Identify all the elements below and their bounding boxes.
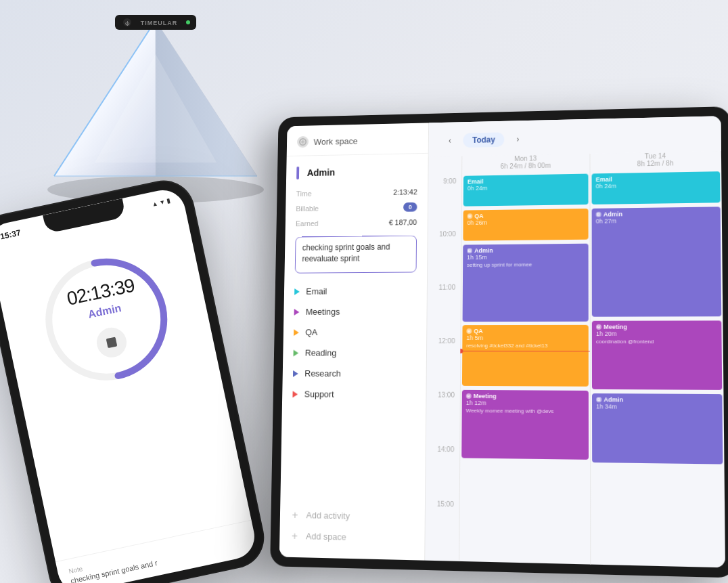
activity-list: Email Meetings QA Reading Research Suppo…: [280, 280, 427, 506]
event-block-email-tue[interactable]: Email 0h 24m: [592, 171, 721, 204]
event-duration: 1h 20m: [596, 330, 717, 337]
billable-badge: 0: [403, 202, 417, 212]
time-label-1500: 15:00: [425, 500, 459, 555]
day-cols: Mon 13 6h 24m / 8h 00m 12:16 Email 0h 24…: [459, 151, 725, 567]
phone-time: 15:37: [0, 228, 22, 241]
wifi-icon: ▾: [160, 198, 164, 206]
billable-meta: Billable 0: [286, 200, 428, 216]
time-label-1200: 12:00: [427, 337, 461, 391]
svg-point-9: [186, 20, 190, 24]
calendar-panel: ‹ Today › 9:0010:0011:0012:0013:0014:001…: [425, 116, 725, 567]
activity-arrow-icon: [294, 329, 299, 336]
event-duration: 0h 24m: [468, 183, 585, 192]
time-meta: Time 2:13:42: [286, 185, 428, 200]
day-col-tue14: Tue 14 8h 12m / 8h Email 0h 24m B Admin …: [589, 151, 725, 567]
workspace-icon: [297, 136, 309, 148]
time-label: Time: [296, 190, 312, 198]
calendar-header: ‹ Today ›: [429, 116, 721, 156]
event-title: B QA: [466, 328, 584, 334]
add-activity-label: Add activity: [306, 510, 350, 521]
event-block-meeting-tue[interactable]: B Meeting 1h 20m coordination @frontend: [592, 320, 722, 389]
event-block-admin-mon[interactable]: B Admin 1h 15m setting up sprint for mom…: [463, 244, 589, 322]
active-entry-name: Admin: [307, 167, 336, 178]
stop-button[interactable]: [93, 325, 129, 360]
activity-arrow-icon: [294, 349, 299, 356]
day-events: Email 0h 24m B Admin 0h 27m B Meeting 1h…: [590, 171, 725, 561]
time-column: 9:0010:0011:0012:0013:0014:0015:00: [425, 156, 461, 561]
day-col-mon13: Mon 13 6h 24m / 8h 00m 12:16 Email 0h 24…: [459, 154, 590, 565]
sidebar-item-qa[interactable]: QA: [283, 322, 427, 343]
event-block-email-mon[interactable]: Email 0h 24m: [463, 174, 589, 207]
activity-name: Research: [304, 368, 341, 379]
event-block-admin2-tue[interactable]: B Admin 1h 34m: [592, 393, 723, 465]
event-block-meeting-mon[interactable]: B Meeting 1h 12m Weekly momee meeting wi…: [461, 390, 589, 460]
activity-arrow-icon: [294, 288, 300, 295]
activity-name: QA: [305, 327, 317, 337]
event-duration: 1h 15m: [467, 253, 584, 261]
day-stats: 6h 24m / 8h 00m: [462, 161, 589, 171]
sidebar-item-research[interactable]: Research: [283, 363, 426, 384]
active-indicator: [296, 167, 299, 179]
sidebar-item-meetings[interactable]: Meetings: [283, 301, 427, 322]
event-duration: 0h 27m: [596, 216, 716, 224]
note-input[interactable]: checking sprint goals and reevaluate spr…: [295, 236, 417, 274]
time-value: 2:13:42: [393, 188, 417, 196]
active-entry: Admin: [286, 159, 428, 188]
day-header: Mon 13 6h 24m / 8h 00m: [462, 154, 589, 176]
event-note: coordination @frontend: [596, 339, 717, 345]
signal-icon: ▲: [151, 200, 158, 208]
svg-text:⏻: ⏻: [125, 21, 130, 26]
day-events: 12:16 Email 0h 24m B QA 0h 26m B Admin: [459, 174, 590, 558]
add-space-item[interactable]: + Add space: [279, 525, 425, 549]
event-note: setting up sprint for momee: [467, 261, 585, 269]
activity-name: Email: [306, 286, 327, 297]
activity-arrow-icon: [292, 391, 298, 397]
activity-arrow-icon: [293, 370, 298, 376]
event-note: resolving #ticket332 and #ticket13: [466, 343, 584, 349]
time-label-1400: 14:00: [426, 446, 459, 501]
sidebar-item-reading[interactable]: Reading: [283, 343, 426, 364]
today-button[interactable]: Today: [463, 132, 504, 148]
event-title: B Meeting: [596, 324, 717, 330]
tablet-screen: Work space Admin Time 2:13:42 Billable 0…: [279, 116, 725, 567]
activity-name: Reading: [305, 348, 337, 358]
event-duration: 0h 26m: [467, 218, 584, 226]
add-space-label: Add space: [306, 531, 346, 542]
billable-label: Billable: [296, 204, 319, 213]
stop-icon: [106, 337, 117, 349]
sidebar-item-email[interactable]: Email: [284, 280, 427, 301]
time-label-900: 9:00: [428, 177, 461, 231]
activity-arrow-icon: [294, 309, 300, 316]
add-plus-icon: +: [290, 510, 300, 519]
add-space-plus-icon: +: [290, 531, 300, 540]
time-label-1000: 10:00: [428, 230, 461, 284]
event-block-admin-tue[interactable]: B Admin 0h 27m: [592, 207, 722, 316]
event-duration: 1h 12m: [466, 400, 585, 407]
activity-name: Meetings: [306, 307, 340, 317]
battery-icon: ▮: [166, 198, 170, 205]
time-label-1100: 11:00: [427, 284, 461, 337]
billable-icon: B: [466, 393, 472, 399]
calendar-next-button[interactable]: ›: [509, 131, 526, 148]
event-block-qa2-mon[interactable]: B QA 1h 5m resolving #ticket332 and #tic…: [462, 325, 589, 387]
billable-icon: B: [596, 324, 601, 330]
time-label-1300: 13:00: [426, 391, 460, 446]
event-duration: 1h 5m: [466, 334, 584, 341]
earned-meta: Earned € 187,00: [286, 215, 428, 230]
add-activity-item[interactable]: + Add activity: [280, 504, 425, 528]
event-duration: 0h 24m: [596, 181, 716, 190]
day-columns: 9:0010:0011:0012:0013:0014:0015:00 Mon 1…: [425, 151, 725, 567]
svg-text:TIMEULAR: TIMEULAR: [141, 20, 178, 26]
workspace-header[interactable]: Work space: [287, 133, 428, 156]
phone-status-icons: ▲ ▾ ▮: [151, 198, 170, 208]
sidebar-item-support[interactable]: Support: [282, 384, 426, 406]
earned-value: € 187,00: [389, 218, 417, 226]
event-block-qa-mon[interactable]: B QA 0h 26m: [463, 209, 588, 241]
calendar-prev-button[interactable]: ‹: [442, 133, 458, 149]
timer-circle: 02:13:39 Admin: [26, 239, 187, 400]
billable-icon: B: [467, 248, 472, 253]
tablet-container: Work space Admin Time 2:13:42 Billable 0…: [270, 106, 728, 578]
billable-icon: B: [596, 397, 601, 402]
activity-name: Support: [304, 389, 334, 400]
day-header: Tue 14 8h 12m / 8h: [590, 151, 721, 173]
